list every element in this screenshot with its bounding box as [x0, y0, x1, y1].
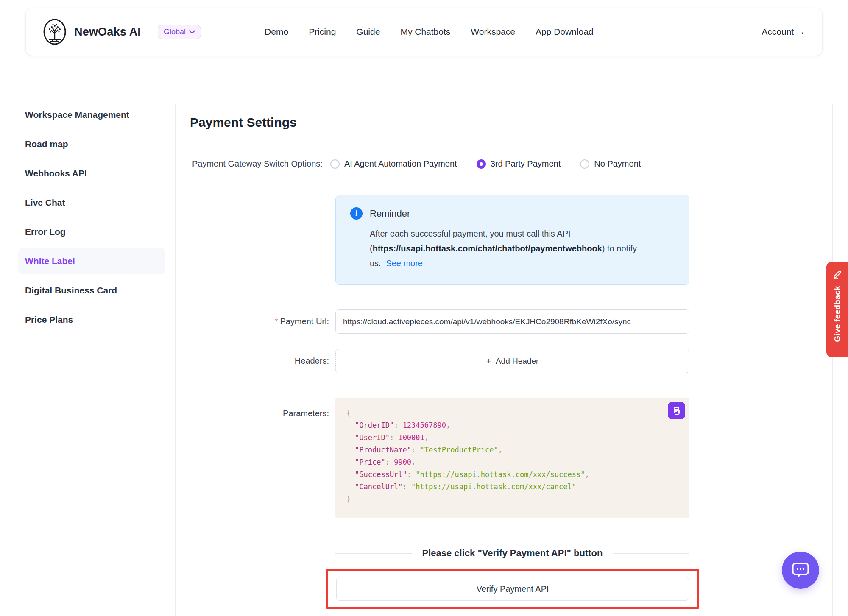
payment-settings-panel: Payment Settings Payment Gateway Switch …	[175, 104, 833, 616]
newoaks-tree-logo-icon	[43, 19, 67, 45]
plus-icon: +	[486, 356, 491, 366]
sidebar-item-workspace-management[interactable]: Workspace Management	[18, 102, 165, 128]
gateway-switch-options: Payment Gateway Switch Options: AI Agent…	[192, 159, 832, 169]
radio-circle-selected-icon	[477, 159, 486, 169]
copy-icon[interactable]	[668, 402, 685, 419]
sidebar-item-webhooks-api[interactable]: Webhooks API	[18, 160, 165, 187]
nav-demo[interactable]: Demo	[265, 27, 288, 37]
payment-url-label: *Payment Url:	[176, 317, 329, 326]
panel-title-bar: Payment Settings	[176, 104, 832, 141]
chat-widget-button[interactable]	[782, 552, 819, 589]
verify-payment-api-button[interactable]: Verify Payment API	[336, 577, 689, 601]
reminder-title: Reminder	[370, 208, 410, 219]
give-feedback-label: Give feedback	[833, 286, 842, 342]
region-selector[interactable]: Global	[158, 25, 201, 39]
chevron-down-icon	[189, 30, 195, 34]
parameters-label: Parameters:	[176, 398, 329, 418]
page-title: Payment Settings	[190, 115, 297, 130]
reminder-alert: i Reminder After each successful payment…	[335, 195, 689, 285]
radio-no-payment[interactable]: No Payment	[580, 159, 641, 169]
settings-sidebar: Workspace Management Road map Webhooks A…	[18, 102, 165, 336]
headers-label: Headers:	[176, 356, 329, 366]
reminder-body: After each successful payment, you must …	[370, 226, 641, 271]
sidebar-item-error-log[interactable]: Error Log	[18, 219, 165, 245]
verify-hint-divider: Please click "Verify Payment API" button	[335, 548, 689, 559]
sidebar-item-live-chat[interactable]: Live Chat	[18, 190, 165, 216]
radio-3rd-party-payment[interactable]: 3rd Party Payment	[477, 159, 561, 169]
parameters-row: Parameters: { "OrderID": 1234567890, "Us…	[176, 398, 832, 518]
account-link[interactable]: Account →	[762, 27, 805, 37]
nav-app-download[interactable]: App Download	[536, 27, 594, 37]
nav-my-chatbots[interactable]: My Chatbots	[400, 27, 450, 37]
pencil-icon	[832, 269, 843, 280]
headers-row: Headers: + Add Header	[176, 349, 832, 373]
gateway-options-label: Payment Gateway Switch Options:	[192, 159, 323, 169]
red-highlight-annotation: Verify Payment API	[326, 569, 699, 609]
sidebar-item-price-plans[interactable]: Price Plans	[18, 307, 165, 333]
radio-circle-icon	[330, 159, 340, 169]
nav-guide[interactable]: Guide	[356, 27, 380, 37]
verify-hint-text: Please click "Verify Payment API" button	[422, 548, 603, 559]
nav-pricing[interactable]: Pricing	[309, 27, 336, 37]
reminder-api-url: https://usapi.hottask.com/chat/chatbot/p…	[373, 244, 602, 253]
chat-bubble-icon	[791, 561, 810, 579]
top-navigation-bar: NewOaks AI Global Demo Pricing Guide My …	[25, 8, 823, 56]
parameters-code-block: { "OrderID": 1234567890, "UserID": 10000…	[335, 398, 689, 518]
add-header-button[interactable]: + Add Header	[335, 349, 689, 373]
sidebar-item-white-label[interactable]: White Label	[18, 248, 165, 274]
payment-url-input[interactable]	[335, 309, 689, 334]
info-icon: i	[350, 207, 363, 220]
radio-ai-agent-automation-payment[interactable]: AI Agent Automation Payment	[330, 159, 457, 169]
radio-circle-icon	[580, 159, 589, 169]
give-feedback-tab[interactable]: Give feedback	[826, 262, 848, 357]
see-more-link[interactable]: See more	[386, 259, 423, 268]
sidebar-item-road-map[interactable]: Road map	[18, 131, 165, 157]
brand: NewOaks AI Global	[43, 19, 201, 45]
main-nav: Demo Pricing Guide My Chatbots Workspace…	[265, 27, 593, 37]
payment-url-row: *Payment Url:	[176, 309, 832, 334]
sidebar-item-digital-business-card[interactable]: Digital Business Card	[18, 277, 165, 304]
required-asterisk: *	[275, 317, 278, 326]
nav-workspace[interactable]: Workspace	[471, 27, 515, 37]
brand-name: NewOaks AI	[74, 25, 141, 39]
region-label: Global	[164, 28, 186, 36]
